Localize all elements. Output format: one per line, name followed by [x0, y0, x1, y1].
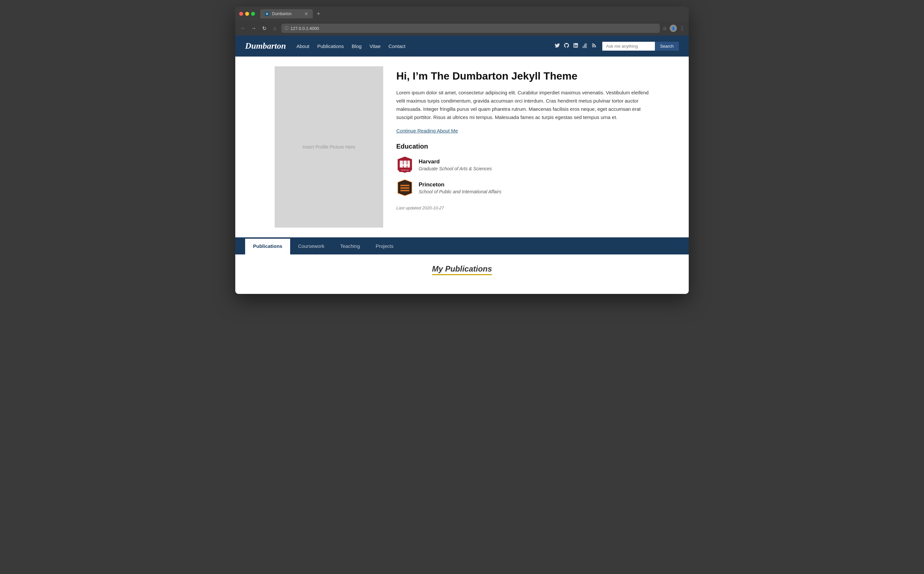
- rss-icon[interactable]: [591, 43, 597, 50]
- user-avatar[interactable]: 👤: [670, 25, 677, 32]
- search-input[interactable]: [602, 42, 655, 50]
- tab-teaching[interactable]: Teaching: [332, 239, 368, 254]
- security-icon: ⓘ: [285, 26, 288, 31]
- harvard-info: Harvard Graduate School of Arts & Scienc…: [419, 158, 492, 171]
- svg-rect-11: [401, 188, 409, 189]
- search-button[interactable]: Search: [655, 42, 679, 50]
- education-title: Education: [396, 143, 649, 150]
- svg-rect-10: [401, 185, 409, 186]
- princeton-school: School of Public and International Affai…: [419, 189, 501, 194]
- site-nav: About Publications Blog Vitae Contact: [296, 43, 554, 49]
- toolbar-actions: ☆ 👤 ⋮: [663, 25, 685, 32]
- linkedin-icon[interactable]: [573, 43, 579, 50]
- maximize-button[interactable]: [251, 12, 255, 16]
- browser-tab[interactable]: D Dumbarton ✕: [260, 9, 313, 18]
- princeton-name: Princeton: [419, 181, 501, 188]
- social-icons: [554, 43, 597, 50]
- harvard-name: Harvard: [419, 158, 492, 165]
- tab-title: Dumbarton: [272, 11, 291, 16]
- education-item-harvard: VE RI TAS VE RI TAS Harvard Graduate Sch…: [396, 156, 649, 173]
- princeton-logo: [396, 179, 413, 196]
- tabs-bar: Publications Coursework Teaching Project…: [235, 239, 689, 254]
- harvard-school: Graduate School of Arts & Sciences: [419, 166, 492, 171]
- address-text: 127.0.0.1:4000: [290, 26, 319, 31]
- tab-favicon: D: [265, 11, 269, 16]
- menu-icon[interactable]: ⋮: [680, 25, 685, 32]
- education-item-princeton: Princeton School of Public and Internati…: [396, 179, 649, 196]
- profile-image: Insert Profile Picture Here: [275, 66, 383, 227]
- browser-toolbar: ← → ↻ ⌂ ⓘ 127.0.0.1:4000 ☆ 👤 ⋮: [235, 21, 689, 36]
- bookmark-icon[interactable]: ☆: [663, 25, 667, 32]
- search-container: Search: [602, 42, 679, 50]
- reload-button[interactable]: ↻: [260, 25, 268, 32]
- page-content: Dumbarton About Publications Blog Vitae …: [235, 36, 689, 294]
- last-updated: Last updated 2020-10-27: [396, 205, 649, 210]
- profile-image-placeholder: Insert Profile Picture Here: [303, 144, 355, 150]
- new-tab-button[interactable]: +: [317, 11, 320, 17]
- main-content: Insert Profile Picture Here Hi, I’m The …: [265, 57, 659, 237]
- tab-close-button[interactable]: ✕: [304, 11, 308, 16]
- home-button[interactable]: ⌂: [271, 25, 279, 31]
- continue-reading-link[interactable]: Continue Reading About Me: [396, 128, 458, 134]
- site-logo[interactable]: Dumbarton: [245, 41, 286, 51]
- tab-publications[interactable]: Publications: [245, 239, 290, 254]
- github-icon[interactable]: [564, 43, 570, 50]
- princeton-info: Princeton School of Public and Internati…: [419, 181, 501, 194]
- close-button[interactable]: [239, 12, 243, 16]
- tab-projects[interactable]: Projects: [368, 239, 401, 254]
- page-title: Hi, I’m The Dumbarton Jekyll Theme: [396, 70, 649, 82]
- stackoverflow-icon[interactable]: [582, 43, 588, 50]
- back-button[interactable]: ←: [239, 25, 247, 31]
- harvard-logo: VE RI TAS VE RI TAS: [396, 156, 413, 173]
- browser-window: D Dumbarton ✕ + ← → ↻ ⌂ ⓘ 127.0.0.1:4000…: [235, 6, 689, 294]
- traffic-lights: [239, 12, 255, 16]
- twitter-icon[interactable]: [554, 43, 560, 50]
- svg-rect-12: [401, 190, 409, 191]
- minimize-button[interactable]: [245, 12, 249, 16]
- svg-text:VE RI TAS: VE RI TAS: [401, 170, 409, 171]
- svg-rect-4: [400, 164, 410, 166]
- browser-titlebar: D Dumbarton ✕ +: [235, 6, 689, 21]
- nav-vitae[interactable]: Vitae: [369, 43, 381, 49]
- tabs-section: Publications Coursework Teaching Project…: [235, 237, 689, 294]
- nav-publications[interactable]: Publications: [317, 43, 344, 49]
- bio-text: Lorem ipsum dolor sit amet, consectetur …: [396, 89, 649, 121]
- nav-about[interactable]: About: [296, 43, 309, 49]
- content-right: Hi, I’m The Dumbarton Jekyll Theme Lorem…: [396, 66, 649, 227]
- education-list: VE RI TAS VE RI TAS Harvard Graduate Sch…: [396, 156, 649, 196]
- address-bar[interactable]: ⓘ 127.0.0.1:4000: [281, 24, 660, 33]
- site-header: Dumbarton About Publications Blog Vitae …: [235, 36, 689, 57]
- nav-contact[interactable]: Contact: [389, 43, 406, 49]
- tab-coursework[interactable]: Coursework: [290, 239, 332, 254]
- forward-button[interactable]: →: [250, 25, 258, 31]
- nav-blog[interactable]: Blog: [352, 43, 362, 49]
- tab-content: My Publications: [235, 254, 689, 294]
- publications-heading: My Publications: [432, 264, 492, 275]
